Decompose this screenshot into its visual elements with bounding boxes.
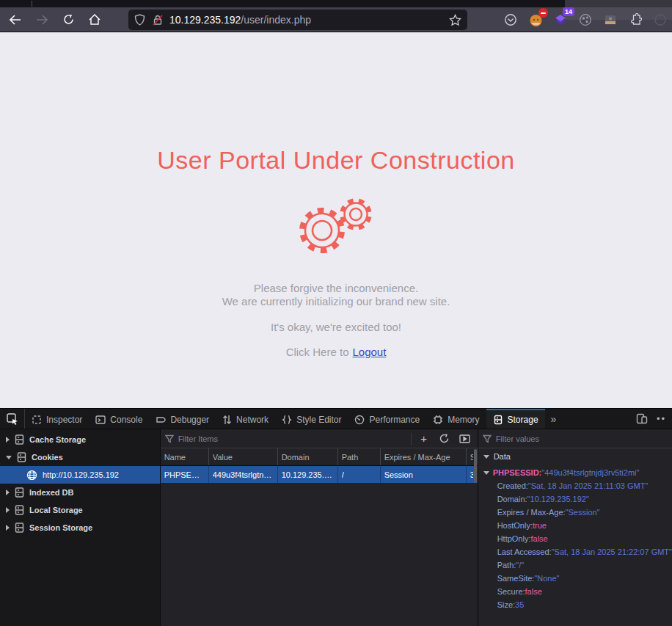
responsive-design-icon[interactable]	[636, 413, 648, 424]
logout-line: Click Here toLogout	[286, 346, 387, 358]
storage-drawer-icon	[15, 523, 24, 533]
cell-value: 449u3f4tsrlgtnjdj3rv5ti2mi	[209, 466, 278, 483]
logout-link[interactable]: Logout	[352, 346, 386, 358]
expand-arrow-icon[interactable]	[6, 437, 10, 443]
toolbar-separator	[411, 433, 412, 445]
cell-path: /	[338, 466, 381, 483]
blocked-badge	[538, 8, 548, 18]
tab-style-editor[interactable]: Style Editor	[275, 409, 348, 429]
storage-drawer-icon	[17, 452, 26, 462]
extensions-puzzle-icon[interactable]	[628, 12, 643, 27]
browser-toolbar: 10.129.235.192/user/index.php 14	[0, 0, 672, 32]
tab-console[interactable]: Console	[89, 409, 149, 429]
devtools-menu-button[interactable]: ••	[657, 413, 666, 424]
tab-inspector[interactable]: Inspector	[25, 409, 89, 429]
sidebar-item-cookie-host[interactable]: http://10.129.235.192	[0, 466, 160, 484]
cookies-table-pane: + Name Value Domain Path Expires / Max-A…	[161, 429, 478, 626]
storage-drawer-icon	[15, 487, 24, 498]
storage-panel: Cache Storage Cookies http://10.129.235.…	[0, 429, 672, 626]
storage-sidebar: Cache Storage Cookies http://10.129.235.…	[0, 429, 161, 626]
column-header-path[interactable]: Path	[338, 448, 381, 465]
expand-arrow-icon[interactable]	[6, 525, 10, 531]
column-header-expires[interactable]: Expires / Max-Age	[381, 448, 467, 465]
tab-debugger[interactable]: Debugger	[149, 409, 216, 429]
prop-size[interactable]: Size35	[478, 598, 672, 611]
bookmark-star-icon[interactable]	[449, 14, 461, 26]
collapse-arrow-icon[interactable]	[6, 456, 12, 459]
devtools-toolbar: Inspector Console Debugger Network Style…	[0, 409, 672, 429]
forward-button[interactable]	[31, 10, 53, 30]
prop-path[interactable]: Path"/"	[478, 558, 672, 572]
tracking-shield-icon[interactable]	[134, 14, 145, 26]
sidebar-item-session-storage[interactable]: Session Storage	[0, 519, 160, 536]
expand-arrow-icon[interactable]	[6, 489, 10, 495]
back-button[interactable]	[4, 10, 26, 30]
table-header-row: Name Value Domain Path Expires / Max-Age…	[161, 448, 478, 466]
prop-httponly[interactable]: HttpOnlyfalse	[478, 532, 672, 545]
storage-drawer-icon	[15, 505, 24, 515]
element-picker-button[interactable]	[0, 409, 25, 429]
extension-count-badge: 14	[563, 7, 574, 16]
filter-values-input[interactable]	[496, 434, 668, 443]
collapse-arrow-icon[interactable]	[483, 471, 489, 475]
prop-expires[interactable]: Expires / Max-Age"Session"	[478, 506, 672, 519]
tab-storage[interactable]: Storage	[486, 409, 545, 429]
page-title: User Portal Under Construction	[157, 146, 514, 175]
tab-performance[interactable]: Performance	[348, 409, 426, 429]
cell-name: PHPSESSID	[161, 466, 209, 483]
navigation-bar: 10.129.235.192/user/index.php 14	[0, 7, 672, 32]
devtools-panel: Inspector Console Debugger Network Style…	[0, 408, 672, 626]
prop-samesite[interactable]: SameSite"None"	[478, 572, 672, 585]
sidebar-item-cache-storage[interactable]: Cache Storage	[0, 431, 160, 448]
variables-view-button[interactable]	[457, 432, 473, 446]
add-item-button[interactable]: +	[416, 432, 432, 446]
home-button[interactable]	[84, 10, 106, 30]
reload-button[interactable]	[57, 10, 79, 30]
screenshot-tool-icon[interactable]	[603, 12, 618, 27]
cookie-details-tree: PHPSESSID"449u3f4tsrlgtnjdj3rv5ti2mi" Cr…	[478, 465, 672, 611]
logout-prefix: Click Here to	[286, 346, 349, 358]
cookie-editor-icon[interactable]	[578, 12, 593, 27]
column-header-value[interactable]: Value	[209, 448, 278, 465]
filter-items-input[interactable]	[178, 434, 406, 443]
insecure-lock-icon[interactable]	[152, 14, 164, 26]
filter-funnel-icon	[165, 434, 174, 443]
apology-line-2: We are currently initializing our brand …	[222, 295, 450, 308]
apology-line-1: Please forgive the inconvenience.	[222, 282, 450, 295]
filter-items-bar: +	[161, 429, 478, 448]
filter-values-bar	[478, 429, 672, 448]
prop-last-accessed[interactable]: Last Accessed"Sat, 18 Jan 2025 21:22:07 …	[478, 545, 672, 558]
column-header-name[interactable]: Name	[161, 448, 209, 465]
page-content: User Portal Under Construction Please fo…	[0, 32, 672, 408]
prop-hostonly[interactable]: HostOnlytrue	[478, 519, 672, 532]
pocket-icon[interactable]	[503, 12, 518, 27]
cookie-data-pane: Data PHPSESSID"449u3f4tsrlgtnjdj3rv5ti2m…	[478, 429, 672, 626]
sidebar-item-indexed-db[interactable]: Indexed DB	[0, 484, 160, 501]
account-icon[interactable]	[653, 12, 668, 27]
url-text: 10.129.235.192/user/index.php	[169, 14, 311, 26]
sidebar-item-local-storage[interactable]: Local Storage	[0, 501, 160, 519]
cookie-table-row[interactable]: PHPSESSID 449u3f4tsrlgtnjdj3rv5ti2mi 10.…	[161, 466, 478, 483]
prop-secure[interactable]: Securefalse	[478, 585, 672, 598]
extension-icons: 14	[503, 10, 668, 30]
excitement-text: It's okay, we're excited too!	[271, 321, 401, 333]
table-scrollbar[interactable]	[474, 449, 477, 483]
wappalyzer-layers-icon[interactable]: 14	[553, 12, 568, 27]
tab-network[interactable]: Network	[216, 409, 275, 429]
gears-icon	[288, 189, 384, 263]
sidebar-item-cookies[interactable]: Cookies	[0, 448, 160, 466]
data-section-header[interactable]: Data	[478, 448, 672, 465]
prop-domain[interactable]: Domain"10.129.235.192"	[478, 492, 672, 506]
adblocker-icon[interactable]	[528, 12, 543, 27]
expand-arrow-icon[interactable]	[6, 507, 10, 513]
tab-memory[interactable]: Memory	[426, 409, 486, 429]
refresh-items-button[interactable]	[437, 432, 453, 446]
storage-drawer-icon	[15, 434, 24, 445]
prop-created[interactable]: Created"Sat, 18 Jan 2025 21:11:03 GMT"	[478, 479, 672, 492]
cell-expires: Session	[381, 466, 467, 483]
collapse-arrow-icon[interactable]	[483, 455, 489, 459]
column-header-domain[interactable]: Domain	[278, 448, 338, 465]
cookie-root-row[interactable]: PHPSESSID"449u3f4tsrlgtnjdj3rv5ti2mi"	[478, 466, 672, 479]
url-bar[interactable]: 10.129.235.192/user/index.php	[128, 10, 467, 30]
more-tabs-button[interactable]: »	[545, 409, 563, 429]
